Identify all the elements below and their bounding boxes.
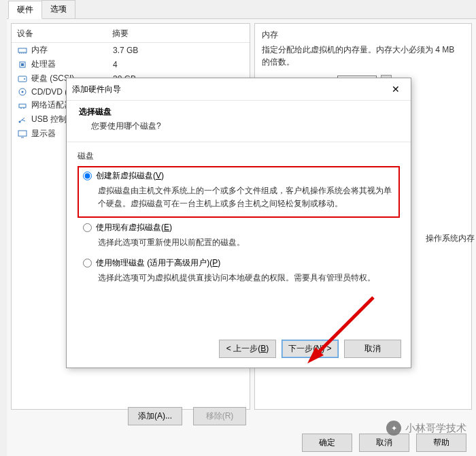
wechat-icon: ✦ (386, 421, 401, 436)
option-use-existing-disk[interactable]: 使用现有虚拟磁盘(E) 选择此选项可重新使用以前配置的磁盘。 (78, 218, 400, 253)
radio-use-existing[interactable] (83, 223, 92, 232)
col-summary: 摘要 (112, 28, 129, 39)
disk-icon (17, 74, 28, 84)
dialog-titlebar: 添加硬件向导 ✕ (67, 78, 411, 101)
next-button[interactable]: 下一步(N) > (282, 340, 339, 358)
svg-rect-17 (18, 131, 27, 136)
device-name: 处理器 (31, 59, 113, 70)
svg-rect-7 (18, 76, 27, 82)
side-note: 操作系统内存 (424, 231, 476, 246)
tab-options[interactable]: 选项 (41, 0, 75, 18)
radio-use-physical[interactable] (83, 259, 92, 267)
svg-rect-11 (19, 104, 26, 108)
dialog-body: 磁盘 创建新虚拟磁盘(V) 虚拟磁盘由主机文件系统上的一个或多个文件组成，客户机… (67, 142, 411, 333)
option3-label: 使用物理磁盘 (适用于高级用户)(P) (96, 257, 220, 269)
hardware-list-header: 设备 摘要 (12, 24, 250, 43)
cpu-icon (17, 60, 28, 69)
add-hardware-button[interactable]: 添加(A)... (128, 407, 182, 425)
ok-button[interactable]: 确定 (302, 434, 352, 452)
usb-icon (17, 115, 28, 125)
memory-desc: 指定分配给此虚拟机的内存量。内存大小必须为 4 MB 的倍数。 (262, 44, 464, 68)
memory-icon (17, 46, 28, 55)
svg-rect-6 (21, 63, 24, 66)
cancel-button[interactable]: 取消 (359, 434, 409, 452)
option2-desc: 选择此选项可重新使用以前配置的磁盘。 (83, 236, 394, 249)
memory-group-title: 内存 (262, 29, 464, 41)
option2-label: 使用现有虚拟磁盘(E) (96, 222, 172, 233)
net-icon (17, 101, 28, 110)
col-device: 设备 (17, 28, 112, 39)
dialog-subheading: 您要使用哪个磁盘? (79, 120, 398, 132)
help-button[interactable]: 帮助 (416, 434, 466, 452)
option-create-new-disk[interactable]: 创建新虚拟磁盘(V) 虚拟磁盘由主机文件系统上的一个或多个文件组成，客户机操作系… (78, 166, 400, 218)
dialog-cancel-button[interactable]: 取消 (344, 340, 401, 358)
remove-hardware-button: 移除(R) (193, 407, 246, 425)
tabs: 硬件 选项 (7, 0, 476, 19)
svg-point-10 (22, 91, 24, 93)
dialog-header: 选择磁盘 您要使用哪个磁盘? (67, 101, 411, 142)
dialog-buttons: < 上一步(B) 下一步(N) > 取消 (67, 333, 411, 368)
svg-line-16 (22, 120, 25, 121)
device-summary: 4 (113, 60, 118, 69)
hardware-buttons: 添加(A)... 移除(R) (128, 402, 246, 429)
dialog-title: 添加硬件向导 (72, 84, 386, 95)
radio-create-new[interactable] (83, 172, 92, 180)
device-summary: 3.7 GB (113, 46, 138, 55)
device-name: 内存 (31, 44, 113, 56)
add-hardware-wizard-dialog: 添加硬件向导 ✕ 选择磁盘 您要使用哪个磁盘? 磁盘 创建新虚拟磁盘(V) 虚拟… (66, 78, 411, 368)
hardware-row[interactable]: 内存3.7 GB (12, 43, 250, 57)
tab-hardware[interactable]: 硬件 (8, 1, 42, 19)
disk-fieldset-label: 磁盘 (78, 150, 400, 162)
option-use-physical-disk[interactable]: 使用物理磁盘 (适用于高级用户)(P) 选择此选项可为虚拟机提供直接访问本地硬盘… (78, 253, 400, 289)
hardware-row[interactable]: 处理器4 (12, 57, 250, 71)
back-button[interactable]: < 上一步(B) (219, 340, 276, 358)
svg-point-8 (24, 78, 25, 80)
watermark: ✦ 小林哥学技术 (386, 421, 466, 436)
option1-label: 创建新虚拟磁盘(V) (96, 170, 164, 182)
option1-desc: 虚拟磁盘由主机文件系统上的一个或多个文件组成，客户机操作系统会将其视为单个硬盘。… (83, 184, 394, 210)
dialog-heading: 选择磁盘 (79, 106, 398, 118)
cd-icon (17, 87, 28, 97)
close-icon[interactable]: ✕ (386, 82, 405, 96)
svg-rect-0 (18, 48, 27, 52)
option3-desc: 选择此选项可为虚拟机提供直接访问本地硬盘的权限。需要具有管理员特权。 (83, 272, 394, 284)
display-icon (17, 129, 28, 139)
watermark-text: 小林哥学技术 (405, 422, 466, 435)
